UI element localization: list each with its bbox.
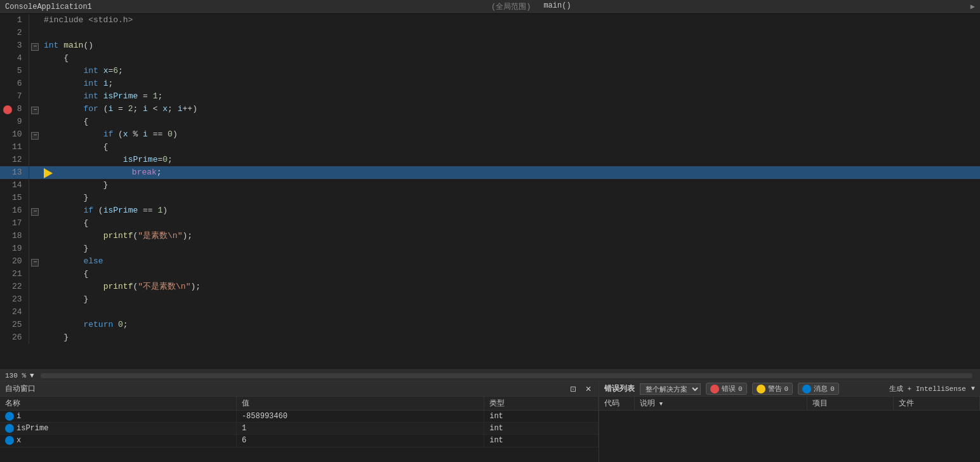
variable-icon: [5, 436, 14, 445]
gutter-20[interactable]: −: [29, 255, 41, 268]
col-project[interactable]: 项目: [807, 397, 893, 411]
message-label: 消息: [814, 384, 828, 393]
line-number-5: 5: [0, 65, 29, 77]
zoom-level: 130 %: [5, 372, 26, 380]
zoom-dropdown-icon[interactable]: ▼: [30, 372, 34, 380]
line-number-3: 3: [0, 39, 29, 52]
code-token: [44, 91, 83, 101]
code-token: #include <stdio.h>: [44, 15, 133, 25]
code-content-26: }: [41, 331, 980, 344]
code-token: [44, 282, 103, 291]
title-bar: ConsoleApplication1 (全局范围) main() ▶: [0, 0, 980, 14]
auto-window-table: 名称值类型i-858993460intisPrime1intx6int: [0, 397, 599, 447]
code-line-13: 13 break;: [0, 166, 980, 179]
error-label: 错误: [722, 384, 736, 393]
scope-label: (全局范围): [491, 1, 531, 12]
code-token: "不是素数\n": [138, 282, 190, 291]
line-number-23: 23: [0, 293, 29, 306]
code-token: [44, 155, 123, 164]
title-bar-right: ▶: [970, 2, 975, 11]
code-content-3: int main(): [41, 39, 980, 52]
code-token: i: [178, 104, 183, 114]
code-line-18: 18 printf("是素数\n");: [0, 230, 980, 242]
code-token: (): [83, 41, 93, 50]
code-content-20: else: [41, 255, 980, 268]
auto-col-1[interactable]: 值: [236, 397, 484, 411]
gutter-18: [29, 230, 41, 242]
code-token: [44, 129, 103, 139]
code-token: i: [143, 129, 148, 139]
scope-select[interactable]: 整个解决方案: [640, 383, 701, 395]
gutter-14: [29, 179, 41, 192]
code-token: (: [93, 206, 103, 215]
fold-box-icon[interactable]: −: [31, 107, 39, 114]
code-token: [98, 66, 103, 76]
code-token: isPrime: [103, 206, 138, 215]
message-filter-btn[interactable]: 消息 0: [798, 383, 839, 395]
app-name: ConsoleApplication1: [5, 3, 92, 11]
code-token: [113, 320, 118, 329]
scrollbar-h[interactable]: [41, 373, 972, 378]
code-content-11: {: [41, 141, 980, 154]
code-line-7: 7 int isPrime = 1;: [0, 90, 980, 103]
line-number-7: 7: [0, 90, 29, 103]
error-list-table: 代码 说明 ▼ 项目 文件: [599, 397, 980, 411]
auto-window-close-btn[interactable]: ✕: [583, 384, 593, 394]
code-content-2: [41, 27, 980, 39]
error-filter-btn[interactable]: 错误 0: [706, 383, 747, 395]
line-number-13: 13: [0, 166, 29, 179]
line-number-17: 17: [0, 217, 29, 230]
code-token: main: [63, 41, 83, 50]
line-number-15: 15: [0, 192, 29, 204]
code-token: ;: [123, 320, 128, 329]
code-token: (: [113, 129, 123, 139]
auto-window-pin-btn[interactable]: ⊡: [568, 384, 578, 394]
auto-col-2[interactable]: 类型: [484, 397, 599, 411]
build-dropdown-icon[interactable]: ▼: [971, 385, 975, 392]
fold-box-icon[interactable]: −: [31, 259, 39, 267]
gutter-10[interactable]: −: [29, 128, 41, 141]
code-token: isPrime: [103, 91, 138, 101]
gutter-24: [29, 306, 41, 319]
gutter-16[interactable]: −: [29, 204, 41, 217]
gutter-7: [29, 90, 41, 103]
code-token: ): [162, 206, 168, 215]
code-line-17: 17 {: [0, 217, 980, 230]
line-number-11: 11: [0, 141, 29, 154]
code-token: [44, 79, 83, 88]
gutter-9: [29, 116, 41, 128]
line-number-16: 16: [0, 204, 29, 217]
code-content-6: int i;: [41, 77, 980, 90]
code-token: if: [103, 129, 114, 139]
col-file[interactable]: 文件: [893, 397, 979, 411]
gutter-26: [29, 331, 41, 344]
gutter-8[interactable]: −: [29, 103, 41, 116]
code-line-9: 9 {: [0, 116, 980, 128]
code-container[interactable]: 1#include <stdio.h>23−int main()4 {5 int…: [0, 14, 980, 369]
gutter-3[interactable]: −: [29, 39, 41, 52]
code-token: ;: [168, 104, 178, 114]
gutter-17: [29, 217, 41, 230]
fold-box-icon[interactable]: −: [31, 43, 39, 51]
code-content-19: }: [41, 242, 980, 255]
variable-icon: [5, 412, 14, 421]
code-token: printf: [103, 231, 133, 241]
code-token: int: [44, 41, 58, 50]
gutter-12: [29, 154, 41, 166]
code-token: {: [44, 142, 108, 152]
col-desc[interactable]: 说明 ▼: [634, 397, 807, 411]
auto-col-0[interactable]: 名称: [0, 397, 236, 411]
code-token: );: [190, 282, 201, 291]
line-number-18: 18: [0, 230, 29, 242]
code-token: int: [83, 66, 98, 76]
code-content-18: printf("是素数\n");: [41, 230, 980, 242]
fold-box-icon[interactable]: −: [31, 132, 39, 140]
fold-box-icon[interactable]: −: [31, 208, 39, 216]
gutter-6: [29, 77, 41, 90]
line-number-24: 24: [0, 306, 29, 319]
col-code[interactable]: 代码: [599, 397, 634, 411]
warning-filter-btn[interactable]: 警告 0: [752, 383, 793, 395]
code-token: {: [44, 117, 88, 126]
var-value: 1: [236, 423, 484, 435]
gutter-11: [29, 141, 41, 154]
